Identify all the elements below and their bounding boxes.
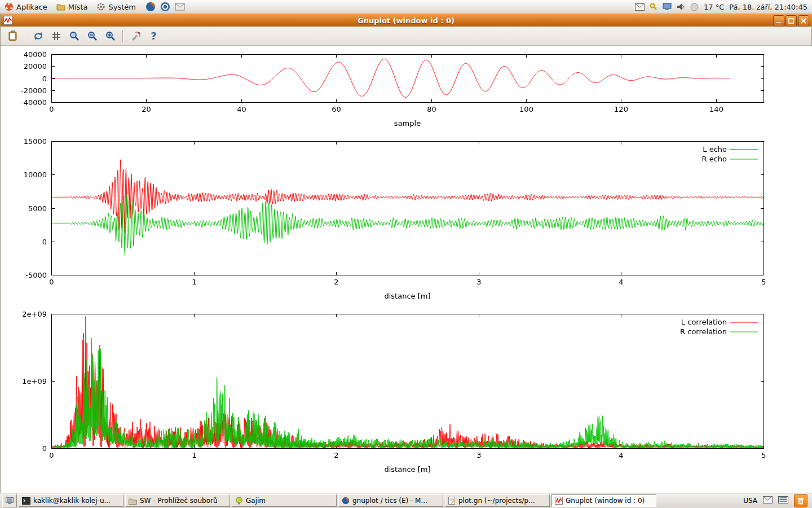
trash-icon[interactable] [794,494,807,507]
ubuntu-logo-icon [5,2,14,11]
text-editor-icon [448,497,456,505]
gnuplot-icon [555,497,563,505]
task-label: plot.gn (~/projects/p... [458,497,535,505]
menu-places[interactable]: Místa [52,1,92,12]
menu-system-label: Systém [108,3,135,11]
toolbar-separator [122,30,123,42]
menu-applications[interactable]: Aplikace [0,1,52,12]
replot-button[interactable] [30,28,46,43]
terminal-icon [22,497,30,505]
weather-icon[interactable] [690,3,699,11]
task-label: Gajim [246,497,266,505]
task-label: Gnuplot (window id : 0) [566,497,645,505]
task-label: kaklik@kaklik-kolej-u... [33,497,111,505]
task-button-file-manager[interactable]: SW - Prohlížeč souborů [125,494,230,507]
firefox-icon [342,497,350,505]
show-desktop-button[interactable] [2,494,17,507]
gnuplot-plot-canvas[interactable] [1,46,812,493]
gnome-top-panel: Aplikace Místa Systém 17 °C Pá, 18. září… [0,0,812,14]
grid-button[interactable] [48,28,64,43]
window-controls [773,15,809,27]
task-label: SW - Prohlížeč souborů [140,497,218,505]
menu-places-label: Místa [68,3,88,11]
tray-mail-icon[interactable] [635,3,645,11]
question-mark-icon: ? [151,30,156,42]
clock-label[interactable]: Pá, 18. září, 21:40:45 [729,3,807,11]
keyboard-layout-indicator[interactable]: USA [743,497,757,505]
task-button-terminal[interactable]: kaklik@kaklik-kolej-u... [19,494,123,507]
plot-content [1,46,811,493]
gnuplot-window-icon [3,16,12,27]
zoom-in-button[interactable] [103,28,118,43]
menu-system[interactable]: Systém [92,1,140,12]
gnuplot-window: Gnuplot (window id : 0) ? [0,14,812,493]
folder-icon [56,2,65,11]
tray-volume-icon[interactable] [677,3,685,11]
task-button-firefox[interactable]: gnuplot / tics (E) - M... [338,494,443,507]
help-button[interactable]: ? [146,28,161,43]
window-title: Gnuplot (window id : 0) [1,16,811,25]
help-launcher-icon[interactable] [160,1,171,12]
menu-applications-label: Aplikace [16,3,47,11]
gear-icon [96,2,105,11]
maximize-button[interactable] [785,15,797,27]
taskbar-tray: USA [743,494,810,507]
zoom-previous-button[interactable] [67,28,82,43]
configure-button[interactable] [128,28,143,43]
mail-launcher-icon[interactable] [174,1,186,12]
gajim-icon [235,497,243,505]
taskbar: kaklik@kaklik-kolej-u... SW - Prohlížeč … [0,493,812,508]
toolbar-separator [25,30,26,42]
gnuplot-toolbar: ? [1,27,811,46]
task-button-gnuplot[interactable]: Gnuplot (window id : 0) [551,494,656,507]
taskbar-keyboard-icon[interactable] [778,496,788,505]
tray-display-icon[interactable] [663,3,672,11]
panel-launchers [145,1,186,12]
close-button[interactable] [798,15,809,27]
temperature-label: 17 °C [704,3,724,11]
tray-key-icon[interactable] [650,3,657,11]
task-label: gnuplot / tics (E) - M... [352,497,427,505]
file-manager-icon [129,497,137,505]
panel-tray: 17 °C Pá, 18. září, 21:40:45 [635,3,812,11]
copy-to-clipboard-button[interactable] [5,28,20,43]
task-button-editor[interactable]: plot.gn (~/projects/p... [445,494,550,507]
titlebar[interactable]: Gnuplot (window id : 0) [1,14,811,27]
taskbar-mail-icon[interactable] [763,496,773,505]
zoom-out-button[interactable] [85,28,100,43]
minimize-button[interactable] [773,15,784,27]
task-button-gajim[interactable]: Gajim [232,494,337,507]
firefox-launcher-icon[interactable] [145,1,156,12]
